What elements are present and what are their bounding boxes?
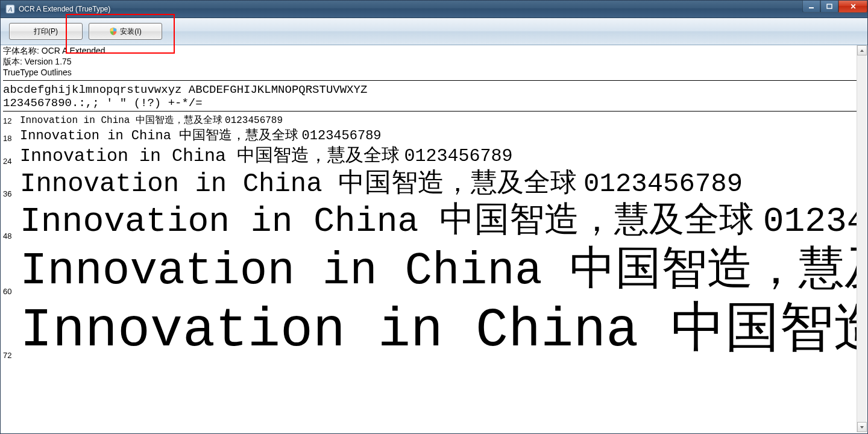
- sample-text: Innovation in China 中国智造，慧及全球 0123456789: [20, 200, 858, 242]
- scroll-up-button[interactable]: [857, 45, 867, 55]
- sample-size-label: 60: [3, 287, 20, 297]
- uac-shield-icon: [109, 27, 118, 36]
- install-button[interactable]: 安装(I): [89, 23, 162, 40]
- svg-rect-3: [827, 4, 832, 8]
- close-button[interactable]: [838, 1, 867, 13]
- vertical-scrollbar[interactable]: [857, 45, 867, 432]
- svg-rect-2: [809, 7, 814, 8]
- app-icon: A: [5, 4, 15, 14]
- sample-row-60: 60 Innovation in China 中国智造，慧及全球 0123456…: [3, 242, 858, 297]
- version-value: Version 1.75: [25, 57, 72, 66]
- window-controls: [802, 1, 867, 13]
- sample-size-label: 36: [3, 189, 20, 200]
- sample-text: Innovation in China 中国智造，慧及全球 0123456789: [20, 167, 743, 200]
- sample-text: Innovation in China 中国智造，慧及全球 0123456789: [20, 127, 382, 144]
- font-meta: 字体名称: OCR A Extended 版本: Version 1.75 Tr…: [3, 45, 858, 79]
- scroll-down-button[interactable]: [857, 422, 867, 432]
- sample-row-18: 18 Innovation in China 中国智造，慧及全球 0123456…: [3, 127, 858, 144]
- minimize-button[interactable]: [802, 1, 820, 13]
- sample-row-72: 72 Innovation in China 中国智造，慧及全球 0123456…: [3, 297, 858, 361]
- sample-size-label: 24: [3, 157, 20, 167]
- font-name-value: OCR A Extended: [42, 46, 105, 55]
- title-bar: A OCR A Extended (TrueType): [1, 1, 867, 18]
- sample-size-label: 48: [3, 231, 20, 242]
- sample-size-label: 12: [3, 116, 20, 127]
- sample-text: Innovation in China 中国智造，慧及全球 0123456789: [20, 144, 513, 167]
- toolbar: 打印(P) 安装(I): [1, 18, 867, 45]
- svg-text:A: A: [8, 5, 13, 13]
- content-area: 字体名称: OCR A Extended 版本: Version 1.75 Tr…: [3, 45, 858, 431]
- sample-size-label: 72: [3, 351, 20, 361]
- divider-1: [3, 80, 858, 81]
- sample-row-36: 36 Innovation in China 中国智造，慧及全球 0123456…: [3, 167, 858, 200]
- font-name-line: 字体名称: OCR A Extended: [3, 45, 858, 56]
- sample-row-24: 24 Innovation in China 中国智造，慧及全球 0123456…: [3, 144, 858, 167]
- sample-text: Innovation in China 中国智造，慧及全球 0123456789: [20, 297, 858, 361]
- divider-2: [3, 111, 858, 112]
- maximize-button[interactable]: [820, 1, 838, 13]
- charset-line-lower-upper: abcdefghijklmnopqrstuvwxyz ABCDEFGHIJKLM…: [3, 83, 858, 96]
- font-outlines-line: TrueType Outlines: [3, 67, 858, 78]
- scroll-track[interactable]: [857, 55, 867, 422]
- window-title: OCR A Extended (TrueType): [19, 5, 110, 13]
- print-button[interactable]: 打印(P): [9, 23, 83, 40]
- sample-size-label: 18: [3, 134, 20, 144]
- charset-line-digits-symbols: 1234567890.:,; ' " (!?) +-*/=: [3, 96, 858, 110]
- version-label: 版本:: [3, 57, 25, 66]
- install-button-label: 安装(I): [120, 27, 141, 37]
- font-version-line: 版本: Version 1.75: [3, 56, 858, 67]
- font-name-label: 字体名称:: [3, 46, 42, 55]
- print-button-label: 打印(P): [34, 27, 58, 37]
- sample-text: Innovation in China 中国智造，慧及全球 0123456789: [20, 114, 283, 127]
- sample-text: Innovation in China 中国智造，慧及全球 0123456789: [20, 242, 858, 297]
- sample-row-48: 48 Innovation in China 中国智造，慧及全球 0123456…: [3, 200, 858, 242]
- sample-row-12: 12 Innovation in China 中国智造，慧及全球 0123456…: [3, 114, 858, 127]
